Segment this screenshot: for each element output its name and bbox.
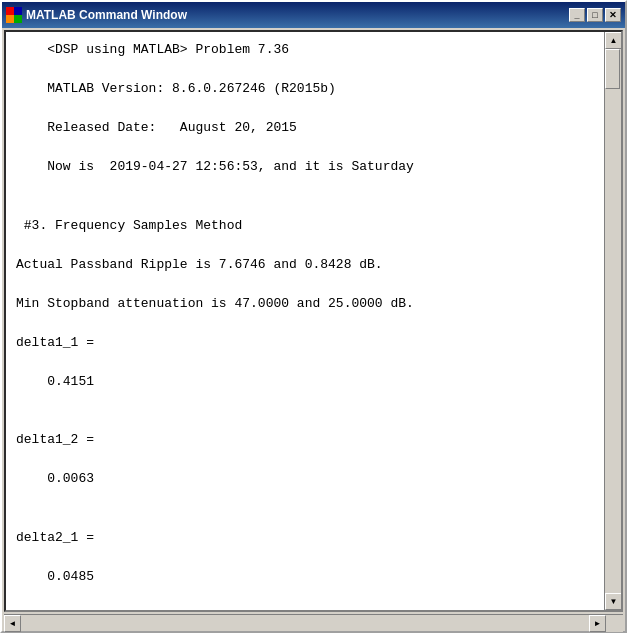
title-bar: MATLAB Command Window _ □ ✕ <box>2 2 625 28</box>
main-window: MATLAB Command Window _ □ ✕ <DSP using M… <box>0 0 627 633</box>
scroll-up-button[interactable]: ▲ <box>605 32 622 49</box>
matlab-icon <box>6 7 22 23</box>
horizontal-scrollbar[interactable]: ◄ ► <box>4 614 623 631</box>
scrollbar-corner <box>606 615 623 632</box>
close-button[interactable]: ✕ <box>605 8 621 22</box>
window-title: MATLAB Command Window <box>26 8 565 22</box>
scroll-track-h[interactable] <box>21 615 589 631</box>
svg-rect-1 <box>14 7 22 15</box>
vertical-scrollbar[interactable]: ▲ ▼ <box>604 32 621 610</box>
minimize-button[interactable]: _ <box>569 8 585 22</box>
scroll-down-button[interactable]: ▼ <box>605 593 622 610</box>
svg-rect-0 <box>6 7 14 15</box>
window-controls: _ □ ✕ <box>569 8 621 22</box>
svg-rect-2 <box>6 15 14 23</box>
scroll-left-button[interactable]: ◄ <box>4 615 21 632</box>
svg-rect-3 <box>14 15 22 23</box>
command-output[interactable]: <DSP using MATLAB> Problem 7.36 MATLAB V… <box>6 32 604 610</box>
scroll-right-button[interactable]: ► <box>589 615 606 632</box>
scroll-track[interactable] <box>605 49 621 593</box>
scroll-thumb[interactable] <box>605 49 620 89</box>
content-area: <DSP using MATLAB> Problem 7.36 MATLAB V… <box>4 30 623 612</box>
maximize-button[interactable]: □ <box>587 8 603 22</box>
